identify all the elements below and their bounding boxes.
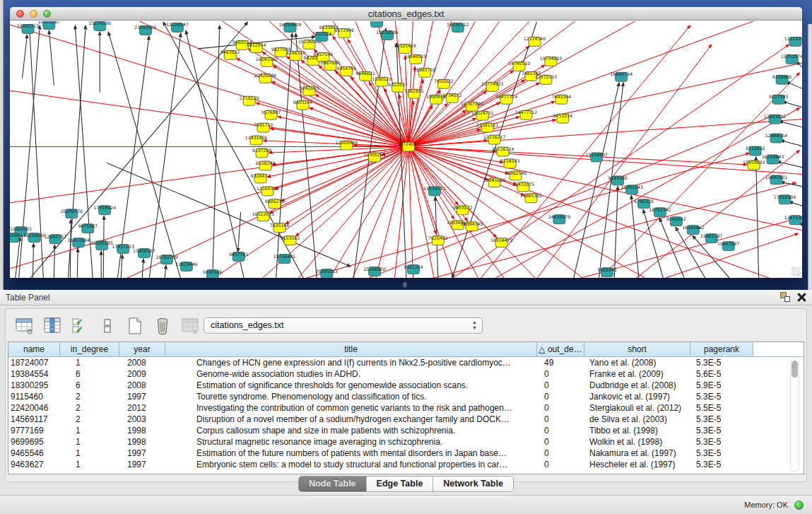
table-row[interactable]: 946554611997Estimation of the future num… (8, 448, 804, 459)
graph-node-yellow[interactable]: 8751574 (553, 113, 573, 123)
graph-node-yellow[interactable]: 10767340 (461, 101, 483, 111)
graph-node-yellow[interactable]: 22420046 (254, 73, 276, 83)
column-header-year[interactable]: year (119, 342, 165, 356)
graph-node-yellow[interactable]: 16914479 (490, 238, 512, 247)
graph-node-teal[interactable]: 19218506 (376, 30, 398, 40)
graph-node-teal[interactable]: 17359924 (93, 205, 115, 215)
graph-node-yellow[interactable]: 16961758 (413, 67, 435, 77)
graph-node-yellow[interactable]: 9197268 (252, 148, 272, 158)
graph-node-teal[interactable]: 15751074 (781, 54, 802, 64)
graph-node-yellow[interactable]: 9463822 (220, 49, 240, 59)
graph-node-yellow[interactable]: 9172996 (334, 28, 354, 37)
graph-node-teal[interactable]: 13534571 (423, 186, 445, 196)
graph-node-teal[interactable]: 25206950 (363, 267, 385, 276)
graph-node-yellow[interactable]: 12124540 (524, 36, 546, 46)
graph-node-teal[interactable]: 9190546 (203, 269, 223, 278)
graph-node-teal[interactable]: 11675309 (784, 215, 802, 225)
graph-node-yellow[interactable]: 11809948 (336, 140, 358, 150)
delete-column-icon[interactable] (152, 315, 173, 337)
table-options-icon[interactable]: ⚙ (14, 315, 35, 337)
graph-node-yellow[interactable]: 12504328 (257, 186, 278, 196)
table-row[interactable]: 911546021997Tourette syndrome. Phenomeno… (8, 391, 804, 402)
graph-node-teal[interactable]: 12942757 (45, 234, 66, 244)
graph-node-teal[interactable]: 11123756 (784, 36, 802, 46)
table-row[interactable]: 969969511998Structural magnetic resonanc… (8, 436, 804, 448)
graph-node-teal[interactable]: 12923446 (175, 262, 197, 271)
graph-node-yellow[interactable]: 11431656 (245, 135, 267, 145)
graph-node-teal[interactable]: 10647097 (717, 241, 739, 251)
graph-node-yellow[interactable]: 7635164 (270, 223, 290, 233)
graph-node-teal[interactable]: 3915901 (10, 233, 23, 243)
graph-node-teal[interactable]: 14635479 (548, 214, 570, 224)
tab-edge-table[interactable]: Edge Table (367, 477, 434, 491)
graph-node-teal[interactable]: 16648784 (610, 71, 632, 81)
graph-node-yellow[interactable]: 9803144 (293, 100, 313, 110)
graph-node-teal[interactable]: 20595013 (316, 269, 338, 278)
graph-node-yellow[interactable]: 1362815 (404, 88, 424, 98)
selection-mode-icon[interactable] (97, 315, 118, 337)
graph-node-teal[interactable]: 12156860 (23, 233, 45, 243)
tab-network-table[interactable]: Network Table (433, 477, 513, 491)
graph-node-yellow[interactable]: 10774923 (481, 81, 503, 91)
float-panel-icon[interactable] (780, 292, 790, 302)
graph-node-teal[interactable]: 10553287 (38, 21, 60, 29)
table-row[interactable]: 1872400712008Changes of HCN gene express… (8, 357, 804, 368)
graph-node-yellow[interactable]: 12975103 (535, 74, 557, 84)
table-row[interactable]: 946362711997Embryonic stem cells: a mode… (8, 459, 804, 470)
table-row[interactable]: 1456911722003Disruption of a novel membe… (8, 414, 804, 425)
graph-node-teal[interactable]: 16782759 (155, 255, 177, 264)
graph-node-yellow[interactable]: 5912954 (247, 42, 266, 52)
graph-node-teal[interactable]: 9457791 (229, 252, 249, 262)
graph-node-yellow[interactable]: 7625402 (428, 235, 448, 245)
graph-node-yellow[interactable]: 9886231 (265, 199, 285, 209)
scrollbar-thumb[interactable] (792, 361, 798, 378)
graph-node-yellow[interactable]: 8186328 (286, 50, 306, 60)
graph-node-yellow[interactable]: 9734012 (442, 93, 462, 103)
graph-node-teal[interactable]: 8813054 (367, 21, 387, 27)
graph-node-yellow[interactable]: 9328472 (251, 173, 271, 183)
graph-node-teal[interactable]: 11526547 (166, 22, 188, 32)
column-header-out-de-[interactable]: △ out_de… (537, 342, 584, 356)
graph-node-yellow[interactable]: 7691718 (254, 122, 273, 132)
graph-node-yellow[interactable]: 9493822 (453, 205, 473, 215)
window-resize-grip[interactable] (792, 267, 801, 276)
graph-node-yellow[interactable]: 19734903 (540, 56, 562, 66)
graph-node-yellow[interactable]: 10865302 (520, 193, 542, 203)
graph-node-yellow[interactable]: 7955822 (434, 78, 454, 88)
new-column-icon[interactable] (124, 315, 146, 337)
graph-node-yellow[interactable]: 15472075 (512, 182, 534, 192)
graph-node-yellow[interactable]: 9242843 (300, 86, 319, 95)
graph-node-yellow[interactable]: 8528244 (256, 160, 276, 170)
graph-node-yellow[interactable]: 16116124 (492, 146, 514, 156)
column-header-pagerank[interactable]: pagerank (690, 342, 753, 356)
window-titlebar[interactable]: citations_edges.txt (10, 7, 802, 21)
graph-node-teal[interactable]: 19355713 (17, 23, 39, 33)
column-header-name[interactable]: name (8, 342, 60, 356)
graph-node-yellow[interactable]: 18640910 (404, 54, 426, 64)
graph-node-teal[interactable]: 9675887 (78, 223, 98, 233)
graph-node-teal[interactable]: 15716485 (273, 254, 295, 264)
row-select-icon[interactable]: ✓✓ (69, 315, 90, 337)
show-columns-icon[interactable] (42, 315, 63, 337)
column-header-title[interactable]: title (165, 342, 537, 356)
network-canvas[interactable]: 1872400715226058982750881863281654338298… (10, 21, 802, 278)
table-selector-combo[interactable]: citations_edges.txt ▲▼ (204, 317, 483, 334)
graph-node-teal[interactable]: 18752742 (649, 207, 671, 217)
table-row[interactable]: 1938455462009Genome-wide association stu… (8, 368, 804, 380)
graph-node-yellow[interactable]: 12116217 (483, 134, 505, 144)
graph-node-teal[interactable]: 23031926 (134, 25, 156, 35)
tab-node-table[interactable]: Node Table (299, 477, 366, 491)
table-row[interactable]: 977716911998Corpus callosum shape and si… (8, 425, 804, 436)
graph-node-yellow[interactable]: 10994345 (461, 221, 483, 231)
graph-node-teal[interactable]: 15276100 (88, 21, 110, 30)
graph-node-yellow[interactable]: 2718129 (240, 95, 259, 105)
graph-node-yellow[interactable]: 16477712 (515, 110, 537, 119)
column-header-in-degree[interactable]: in_degree (60, 342, 119, 356)
graph-node-yellow[interactable]: 9576807 (261, 110, 281, 119)
graph-node-teal[interactable]: 9021254 (404, 264, 423, 274)
graph-node-yellow[interactable]: 16962548 (505, 170, 526, 180)
graph-node-teal[interactable]: 12505135 (90, 240, 112, 250)
table-row[interactable]: 2242004622012Investigating the contribut… (8, 402, 804, 414)
graph-node-yellow[interactable]: 7485364 (552, 94, 572, 104)
column-header-short[interactable]: short (584, 342, 690, 356)
